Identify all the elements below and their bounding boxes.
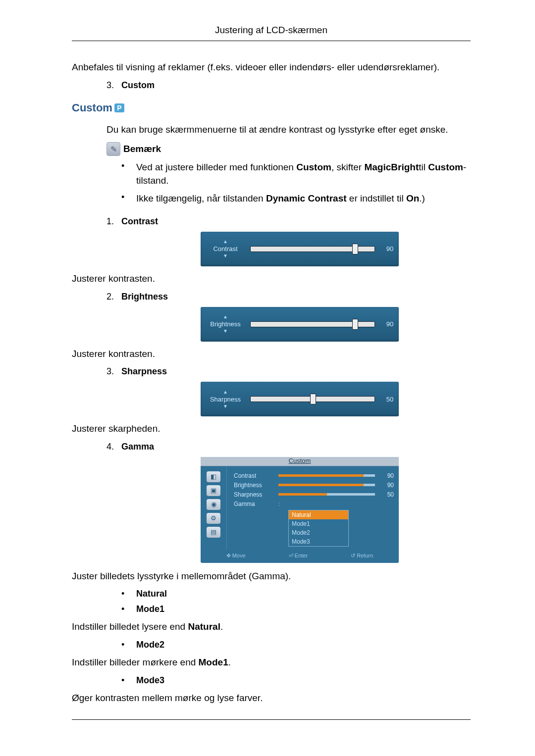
- section-heading-custom: Custom P: [72, 101, 471, 114]
- osd-mini-slider: [278, 484, 375, 486]
- osd-icon-column: ◧ ▣ ◉ ⚙ ▤: [201, 466, 227, 550]
- note-bullet-2: Ikke tilgængelig, når tilstanden Dynamic…: [121, 192, 471, 205]
- osd-label: Brightness: [210, 320, 240, 328]
- osd-menu-value: 90: [382, 482, 394, 489]
- gamma-option[interactable]: Mode1: [289, 519, 348, 528]
- text-bold: Natural: [188, 621, 220, 632]
- osd-slider-track[interactable]: [250, 396, 375, 402]
- menu-tab-icon[interactable]: ◉: [207, 499, 220, 510]
- text: .: [228, 657, 231, 667]
- osd-menu-list: Contrast 90 Brightness 90 Sharpness 50 G…: [227, 466, 399, 550]
- list-number: 1.: [107, 216, 121, 227]
- mode-description: Indstiller billedet lysere end Natural.: [72, 620, 471, 634]
- setting-description: Justerer skarpheden.: [72, 422, 471, 436]
- osd-slider-track[interactable]: [250, 246, 375, 252]
- bullet-icon: [121, 161, 136, 187]
- osd-menu-value: 90: [382, 472, 394, 479]
- osd-bar-brightness: ▲ Brightness ▼ 90: [201, 307, 399, 342]
- mode-description: Øger kontrasten mellem mørke og lyse far…: [72, 692, 471, 705]
- list-item-custom-short: 3. Custom: [107, 80, 471, 91]
- menu-tab-icon[interactable]: ◧: [207, 471, 220, 482]
- setting-row-sharpness: 3. Sharpness: [107, 366, 471, 377]
- text-bold: Dynamic Contrast: [266, 193, 347, 203]
- gamma-options: Natural Mode1 Mode2 Mode3: [288, 510, 349, 547]
- text-bold: On: [406, 193, 419, 203]
- gamma-description: Juster billedets lysstyrke i mellemområd…: [72, 570, 471, 583]
- text: .: [220, 621, 223, 632]
- page-header: Justering af LCD-skærmen: [72, 25, 471, 36]
- footer-hint-move: ✥ Move: [226, 553, 246, 559]
- list-number: 2.: [107, 292, 121, 302]
- menu-tab-icon[interactable]: ▣: [207, 485, 220, 496]
- osd-menu-value: 50: [382, 491, 394, 498]
- bullet-icon: [121, 589, 136, 599]
- osd-panel-title: Custom: [201, 457, 399, 466]
- gamma-mode-mode3: Mode3: [121, 675, 471, 686]
- footer-hint-enter: ⏎ Enter: [289, 553, 308, 559]
- setting-description: Justerer kontrasten.: [72, 348, 471, 361]
- osd-panel-footer: ✥ Move ⏎ Enter ↺ Return: [201, 550, 399, 563]
- text: til: [419, 162, 428, 172]
- osd-slider-handle[interactable]: [352, 319, 358, 330]
- osd-menu-row[interactable]: Contrast 90: [234, 472, 394, 479]
- osd-label-col: ▲ Sharpness ▼: [201, 390, 250, 409]
- bullet-icon: [121, 192, 136, 205]
- osd-label: Sharpness: [210, 396, 241, 403]
- osd-bar-sharpness: ▲ Sharpness ▼ 50: [201, 382, 399, 416]
- text: .): [419, 193, 425, 203]
- osd-slider-track[interactable]: [250, 321, 375, 327]
- text-bold: Custom: [296, 162, 331, 172]
- osd-label-col: ▲ Brightness ▼: [201, 314, 250, 334]
- osd-label-col: ▲ Contrast ▼: [201, 239, 250, 258]
- text: Ikke tilgængelig, når tilstanden: [136, 193, 266, 203]
- gamma-option[interactable]: Natural: [289, 510, 348, 519]
- osd-value: 90: [381, 320, 399, 328]
- header-rule: [72, 41, 471, 41]
- text-bold: Mode1: [199, 657, 228, 667]
- gamma-mode-natural: Natural: [121, 589, 471, 599]
- p-icon: P: [114, 103, 124, 112]
- list-number: 3.: [107, 366, 121, 377]
- osd-slider-handle[interactable]: [352, 244, 358, 254]
- setting-row-brightness: 2. Brightness: [107, 292, 471, 302]
- menu-tab-icon[interactable]: ▤: [207, 527, 220, 538]
- mode-label: Mode1: [136, 604, 164, 614]
- gamma-mode-mode1: Mode1: [121, 604, 471, 614]
- osd-menu-row-gamma[interactable]: Gamma :: [234, 501, 394, 507]
- osd-label: Contrast: [213, 245, 237, 252]
- setting-row-gamma: 4. Gamma: [107, 442, 471, 452]
- triangle-down-icon: ▼: [223, 253, 228, 258]
- menu-tab-icon[interactable]: ⚙: [207, 513, 220, 524]
- note-icon: ✎: [107, 142, 120, 156]
- section-heading-text: Custom: [72, 101, 112, 114]
- mode-label: Mode3: [136, 675, 164, 686]
- setting-label: Sharpness: [121, 366, 167, 377]
- osd-bar-contrast: ▲ Contrast ▼ 90: [201, 232, 399, 266]
- osd-menu-name: Sharpness: [234, 491, 274, 498]
- osd-menu-row[interactable]: Brightness 90: [234, 482, 394, 489]
- triangle-down-icon: ▼: [223, 404, 228, 409]
- note-bullet-1: Ved at justere billeder med funktionen C…: [121, 161, 471, 187]
- text: , skifter: [331, 162, 365, 172]
- osd-mini-slider: [278, 474, 375, 477]
- setting-label: Contrast: [121, 216, 158, 227]
- gamma-mode-mode2: Mode2: [121, 640, 471, 650]
- setting-label: Brightness: [121, 292, 168, 302]
- text-bold: MagicBright: [364, 162, 419, 172]
- triangle-down-icon: ▼: [223, 329, 228, 334]
- text: Indstiller billeder mørkere end: [72, 657, 199, 667]
- osd-value: 50: [381, 396, 399, 403]
- osd-menu-name: Brightness: [234, 482, 274, 489]
- intro-paragraph: Anbefales til visning af reklamer (f.eks…: [72, 61, 471, 74]
- triangle-up-icon: ▲: [223, 314, 228, 319]
- footer-rule: [72, 719, 471, 720]
- note-row: ✎ Bemærk: [107, 142, 471, 156]
- gamma-option[interactable]: Mode3: [289, 537, 348, 546]
- osd-menu-row[interactable]: Sharpness 50: [234, 491, 394, 498]
- mode-label: Natural: [136, 589, 167, 599]
- gamma-option[interactable]: Mode2: [289, 528, 348, 537]
- bullet-icon: [121, 675, 136, 686]
- text: Indstiller billedet lysere end: [72, 621, 188, 632]
- bullet-icon: [121, 640, 136, 650]
- osd-slider-handle[interactable]: [310, 394, 316, 404]
